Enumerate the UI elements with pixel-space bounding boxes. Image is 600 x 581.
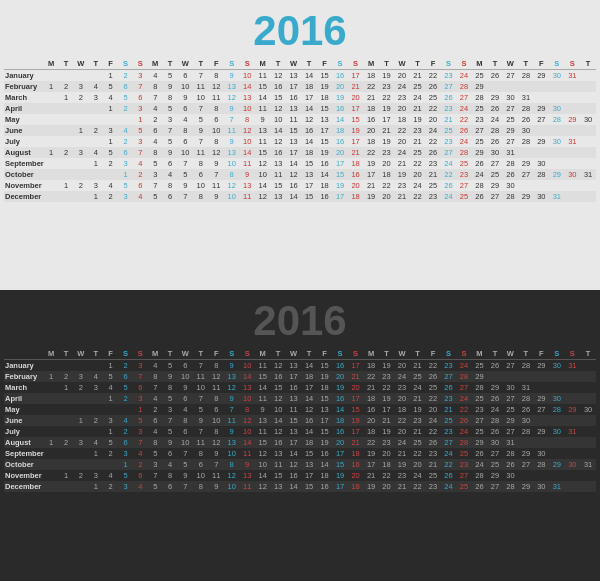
day-cell: 22 (425, 393, 440, 404)
day-cell: 31 (565, 70, 580, 82)
day-cell: 24 (456, 393, 471, 404)
day-cell: 1 (118, 459, 133, 470)
day-cell: 25 (441, 415, 456, 426)
day-cell: 2 (73, 180, 88, 191)
day-cell: 25 (472, 360, 487, 372)
day-cell: 13 (286, 426, 301, 437)
day-cell: 5 (163, 426, 178, 437)
day-cell: 23 (379, 371, 394, 382)
b-col-f3: F (317, 348, 332, 360)
day-cell (44, 70, 59, 82)
day-cell: 4 (148, 70, 163, 82)
day-cell (59, 125, 74, 136)
day-cell (565, 415, 580, 426)
day-cell (565, 147, 580, 158)
day-cell: 20 (348, 92, 363, 103)
day-cell (549, 92, 564, 103)
day-cell: 9 (224, 136, 239, 147)
day-cell: 18 (301, 147, 316, 158)
day-cell: 8 (148, 147, 163, 158)
day-cell: 29 (503, 415, 518, 426)
day-cell (118, 404, 133, 415)
day-cell: 19 (317, 437, 332, 448)
day-cell: 30 (487, 437, 502, 448)
day-cell: 28 (518, 136, 533, 147)
month-label-august: August (4, 147, 44, 158)
day-cell: 4 (148, 103, 163, 114)
day-cell: 5 (103, 147, 118, 158)
b-col-t3: T (163, 348, 178, 360)
day-cell: 7 (178, 448, 193, 459)
day-cell: 21 (348, 371, 363, 382)
day-cell: 2 (73, 470, 88, 481)
day-cell: 23 (410, 125, 425, 136)
day-cell: 3 (163, 114, 178, 125)
day-cell: 5 (103, 371, 118, 382)
day-cell: 30 (503, 92, 518, 103)
col-t11: T (580, 58, 596, 70)
b-col-su2: S (239, 348, 254, 360)
day-cell: 29 (472, 437, 487, 448)
month-label-june: June (4, 415, 44, 426)
day-cell (580, 180, 596, 191)
day-cell (44, 448, 59, 459)
day-cell: 19 (317, 147, 332, 158)
day-cell (44, 158, 59, 169)
day-cell: 25 (456, 448, 471, 459)
day-cell: 12 (270, 393, 285, 404)
day-cell: 3 (118, 158, 133, 169)
day-cell: 24 (456, 426, 471, 437)
col-m2: M (148, 58, 163, 70)
day-cell: 21 (410, 70, 425, 82)
day-cell: 23 (441, 426, 456, 437)
month-label-may: May (4, 114, 44, 125)
calendar-row-july: July123456789101112131415161718192021222… (4, 136, 596, 147)
day-cell: 8 (148, 371, 163, 382)
day-cell (88, 114, 103, 125)
day-cell (534, 147, 549, 158)
day-cell: 21 (410, 393, 425, 404)
day-cell: 23 (472, 404, 487, 415)
day-cell: 15 (270, 92, 285, 103)
col-su1: S (133, 58, 148, 70)
day-cell: 8 (224, 169, 239, 180)
day-cell: 6 (118, 371, 133, 382)
calendar-row-november: November12345678910111213141516171819202… (4, 180, 596, 191)
day-cell (73, 103, 88, 114)
day-cell: 13 (224, 147, 239, 158)
day-cell: 19 (379, 426, 394, 437)
day-cell: 20 (348, 470, 363, 481)
day-cell: 4 (88, 147, 103, 158)
day-cell: 7 (178, 191, 193, 202)
day-cell: 4 (163, 459, 178, 470)
day-cell: 9 (255, 114, 270, 125)
b-col-t9: T (487, 348, 502, 360)
day-cell: 12 (208, 81, 223, 92)
day-cell: 1 (88, 191, 103, 202)
day-cell: 6 (118, 437, 133, 448)
day-cell: 27 (503, 426, 518, 437)
day-cell: 25 (410, 147, 425, 158)
day-cell: 19 (410, 114, 425, 125)
day-cell (565, 393, 580, 404)
col-f1: F (103, 58, 118, 70)
day-cell (580, 470, 596, 481)
col-w2: W (178, 58, 193, 70)
day-cell: 22 (425, 103, 440, 114)
col-t6: T (301, 58, 316, 70)
day-cell (73, 393, 88, 404)
calendar-row-july: July123456789101112131415161718192021222… (4, 426, 596, 437)
day-cell: 17 (363, 459, 378, 470)
day-cell: 7 (193, 393, 208, 404)
day-cell (73, 459, 88, 470)
day-cell: 26 (456, 125, 471, 136)
day-cell: 21 (363, 470, 378, 481)
day-cell: 21 (348, 81, 363, 92)
col-f3: F (317, 58, 332, 70)
calendar-row-january: January123456789101112131415161718192021… (4, 70, 596, 82)
calendar-row-december: December12345678910111213141516171819202… (4, 191, 596, 202)
day-cell: 22 (410, 481, 425, 492)
col-m1: M (44, 58, 59, 70)
day-cell: 26 (441, 180, 456, 191)
day-cell (534, 125, 549, 136)
